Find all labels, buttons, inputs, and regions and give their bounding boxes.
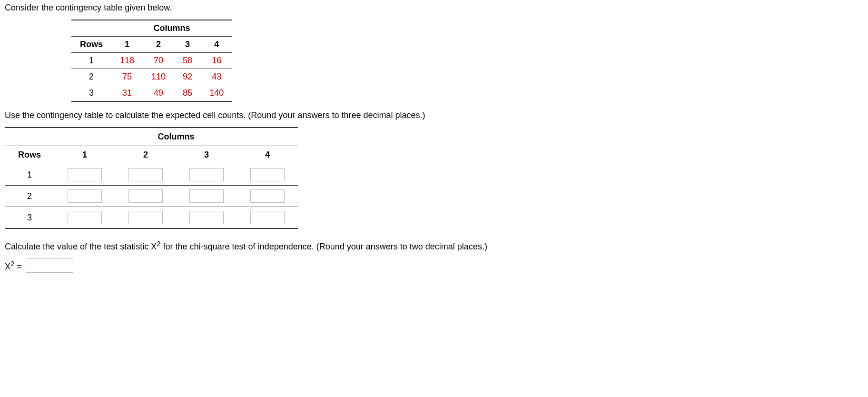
col-header-3: 3 (176, 146, 237, 164)
expected-input-r1c2[interactable] (128, 168, 163, 181)
data-cell: 43 (201, 69, 232, 85)
expected-counts-instruction: Use the contingency table to calculate t… (5, 110, 863, 120)
chi-square-answer-row: X2 = (5, 258, 863, 273)
expected-input-r1c4[interactable] (250, 168, 285, 181)
data-cell: 75 (111, 69, 143, 85)
col-header-1: 1 (54, 146, 115, 164)
expected-input-r2c4[interactable] (250, 189, 285, 203)
row-label: 3 (5, 207, 54, 229)
chi-square-input[interactable] (26, 258, 73, 273)
contingency-table: Columns Rows 1 2 3 4 1 118 70 58 16 2 75… (71, 20, 232, 102)
data-cell: 16 (201, 53, 232, 69)
expected-input-r1c1[interactable] (68, 168, 102, 181)
data-cell: 85 (174, 85, 201, 102)
expected-input-r1c3[interactable] (189, 168, 224, 181)
expected-input-r3c1[interactable] (68, 211, 102, 224)
expected-input-r3c3[interactable] (189, 211, 224, 224)
chi-square-instruction: Calculate the value of the test statisti… (5, 239, 863, 252)
col-header-4: 4 (237, 146, 298, 164)
row-label: 1 (5, 164, 54, 186)
expected-input-r2c3[interactable] (189, 189, 224, 203)
col-header-1: 1 (111, 37, 143, 53)
x2-label: X2 = (5, 259, 22, 272)
columns-label: Columns (54, 128, 298, 146)
data-cell: 110 (143, 69, 174, 85)
row-label: 1 (71, 53, 111, 69)
data-cell: 58 (174, 53, 201, 69)
expected-input-r2c1[interactable] (68, 189, 102, 203)
expected-input-r3c4[interactable] (250, 211, 285, 224)
col-header-2: 2 (115, 146, 176, 164)
data-cell: 31 (111, 85, 143, 102)
col-header-3: 3 (174, 37, 201, 53)
data-cell: 49 (143, 85, 174, 102)
data-cell: 70 (143, 53, 174, 69)
intro-text: Consider the contingency table given bel… (5, 3, 863, 13)
col-header-2: 2 (143, 37, 174, 53)
row-label: 2 (5, 186, 54, 207)
rows-label: Rows (5, 146, 54, 164)
row-label: 3 (71, 85, 111, 102)
columns-label: Columns (111, 20, 232, 37)
data-cell: 140 (201, 85, 232, 102)
rows-label: Rows (71, 37, 111, 53)
data-cell: 92 (174, 69, 201, 85)
expected-counts-table: Columns Rows 1 2 3 4 1 2 3 (5, 127, 298, 229)
row-label: 2 (71, 69, 111, 85)
col-header-4: 4 (201, 37, 232, 53)
data-cell: 118 (111, 53, 143, 69)
expected-input-r3c2[interactable] (128, 211, 163, 224)
expected-input-r2c2[interactable] (128, 189, 163, 203)
